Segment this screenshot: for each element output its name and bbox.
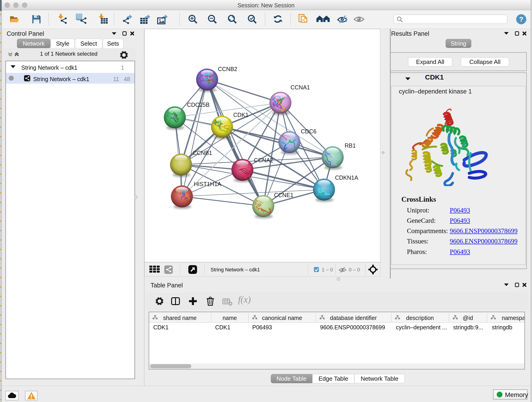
svg-text:CDK1: CDK1 bbox=[233, 112, 249, 118]
svg-text:CCNA2: CCNA2 bbox=[254, 157, 273, 163]
svg-text:RB1: RB1 bbox=[345, 142, 356, 149]
svg-text:CDC25B: CDC25B bbox=[187, 102, 210, 108]
svg-text:CDKN1A: CDKN1A bbox=[335, 174, 358, 181]
svg-text:CCNB1: CCNB1 bbox=[193, 150, 212, 156]
svg-text:?: ? bbox=[519, 15, 523, 23]
svg-text:CDC6: CDC6 bbox=[301, 128, 317, 134]
svg-text:HIST1H1A: HIST1H1A bbox=[194, 181, 221, 187]
svg-text:CCNA1: CCNA1 bbox=[291, 84, 310, 90]
svg-text:CCNB2: CCNB2 bbox=[218, 66, 237, 72]
svg-text:CCNE1: CCNE1 bbox=[274, 192, 293, 198]
